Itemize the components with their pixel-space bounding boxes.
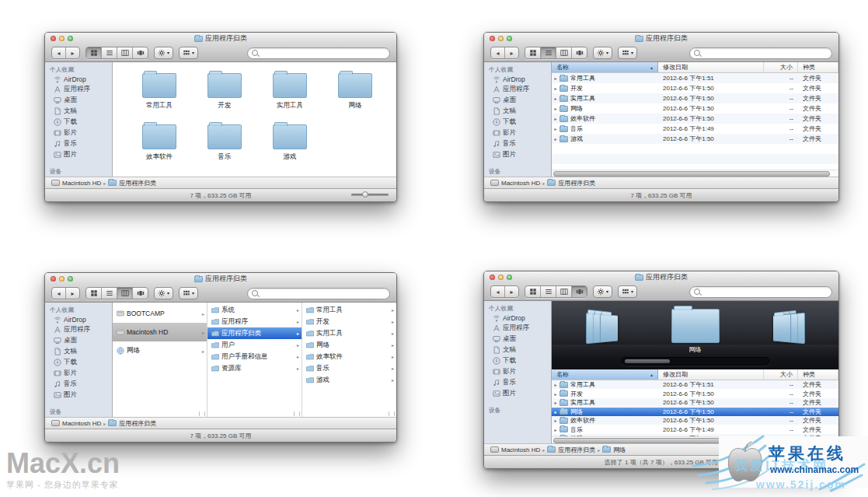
- action-menu-button[interactable]: ▾: [593, 47, 612, 59]
- column-item[interactable]: Macintosh HD▸: [113, 323, 207, 341]
- sidebar-item-movies[interactable]: 影片: [484, 128, 551, 138]
- sidebar-item-music[interactable]: 音乐: [45, 379, 112, 390]
- arrange-menu-button[interactable]: ▾: [179, 287, 198, 299]
- sidebar-item-downloads[interactable]: 下载: [45, 117, 112, 128]
- path-segment[interactable]: Macintosh HD: [51, 180, 101, 187]
- list-row[interactable]: ▸网络2012-6-6 下午1:50--文件夹: [552, 408, 838, 417]
- back-button[interactable]: ◂: [491, 286, 505, 297]
- column-resize-grip[interactable]: [199, 411, 205, 416]
- sidebar-item-pictures[interactable]: 图片: [484, 149, 551, 160]
- column-item[interactable]: 游戏▸: [302, 374, 396, 386]
- close-button[interactable]: [51, 276, 56, 282]
- forward-button[interactable]: ▸: [66, 288, 79, 299]
- sidebar-item-airdrop[interactable]: AirDrop: [45, 315, 112, 324]
- disclosure-triangle[interactable]: ▸: [552, 391, 559, 397]
- disclosure-triangle[interactable]: ▸: [552, 418, 559, 423]
- search-input[interactable]: [702, 288, 828, 296]
- view-mode-list-button[interactable]: [102, 288, 117, 299]
- forward-button[interactable]: ▸: [505, 286, 518, 297]
- folder-item[interactable]: 游戏: [257, 121, 322, 162]
- sidebar-item-music[interactable]: 音乐: [45, 138, 112, 149]
- column-item[interactable]: BOOTCAMP▸: [113, 304, 207, 323]
- list-row[interactable]: ▸实用工具2012-6-6 下午1:50--文件夹: [552, 398, 838, 408]
- search-input[interactable]: [702, 49, 828, 57]
- column-header-3[interactable]: 种类: [798, 369, 838, 380]
- column-item[interactable]: 开发▸: [302, 316, 396, 327]
- column-header-0[interactable]: 名称▴: [552, 62, 658, 72]
- sidebar-item-music[interactable]: 音乐: [484, 138, 551, 149]
- disclosure-triangle[interactable]: ▸: [552, 96, 559, 101]
- list-row[interactable]: ▸开发2012-6-6 下午1:50--文件夹: [552, 390, 838, 399]
- minimize-button[interactable]: [59, 36, 64, 41]
- column-header-3[interactable]: 种类: [798, 62, 838, 72]
- icon-size-slider-knob[interactable]: [362, 191, 368, 198]
- sidebar-item-downloads[interactable]: 下载: [45, 357, 112, 368]
- close-button[interactable]: [490, 275, 495, 280]
- path-segment[interactable]: 应用程序归类: [547, 446, 595, 454]
- sidebar-item-documents[interactable]: 文稿: [45, 346, 112, 357]
- zoom-button[interactable]: [68, 276, 73, 282]
- list-row[interactable]: ▸网络2012-6-6 下午1:50--文件夹: [552, 103, 838, 114]
- sidebar-item-airdrop[interactable]: AirDrop: [45, 75, 112, 84]
- folder-item[interactable]: 常用工具: [127, 70, 192, 110]
- forward-button[interactable]: ▸: [505, 47, 518, 58]
- sidebar-item-documents[interactable]: 文稿: [45, 106, 112, 117]
- sidebar-item-downloads[interactable]: 下载: [484, 117, 551, 128]
- sidebar-item-pictures[interactable]: 图片: [484, 388, 551, 399]
- folder-icon[interactable]: [142, 124, 176, 149]
- list-row[interactable]: ▸开发2012-6-6 下午1:50--文件夹: [552, 83, 838, 93]
- coverflow-folder[interactable]: [772, 313, 790, 342]
- search-field[interactable]: [689, 47, 832, 59]
- sidebar-item-applications[interactable]: 应用程序: [45, 324, 112, 335]
- folder-icon[interactable]: [273, 124, 307, 149]
- disclosure-triangle[interactable]: ▸: [552, 86, 559, 91]
- view-mode-columns-button[interactable]: [117, 47, 133, 58]
- sidebar-item-desktop[interactable]: 桌面: [45, 335, 112, 346]
- close-button[interactable]: [51, 36, 56, 41]
- search-input[interactable]: [260, 49, 385, 57]
- path-segment[interactable]: Macintosh HD: [490, 446, 540, 453]
- view-mode-coverflow-button[interactable]: [133, 288, 148, 299]
- folder-item[interactable]: 效率软件: [127, 121, 192, 162]
- sidebar-item-pictures[interactable]: 图片: [45, 149, 112, 160]
- view-mode-list-button[interactable]: [541, 47, 556, 58]
- folder-item[interactable]: 音乐: [192, 121, 257, 162]
- column-resize-grip[interactable]: [294, 411, 300, 416]
- list-row[interactable]: ▸效率软件2012-6-6 下午1:50--文件夹: [552, 416, 838, 425]
- zoom-button[interactable]: [68, 36, 73, 41]
- column-item[interactable]: 资源库▸: [207, 362, 302, 374]
- action-menu-button[interactable]: ▾: [154, 287, 173, 299]
- column-resize-grip[interactable]: [389, 411, 395, 416]
- disclosure-triangle[interactable]: ▸: [552, 75, 559, 81]
- back-button[interactable]: ◂: [491, 47, 505, 58]
- view-mode-list-button[interactable]: [102, 47, 117, 58]
- disclosure-triangle[interactable]: ▸: [552, 126, 559, 131]
- sidebar-item-airdrop[interactable]: AirDrop: [484, 75, 551, 84]
- back-button[interactable]: ◂: [52, 47, 66, 58]
- zoom-button[interactable]: [507, 275, 512, 280]
- search-field[interactable]: [247, 47, 390, 59]
- path-segment[interactable]: Macintosh HD: [51, 420, 101, 427]
- disclosure-triangle[interactable]: ▸: [552, 400, 559, 405]
- list-row[interactable]: ▸游戏2012-6-6 下午1:50--文件夹: [552, 134, 838, 144]
- path-segment[interactable]: 应用程序归类: [108, 179, 156, 187]
- column-item[interactable]: 系统▸: [207, 304, 302, 316]
- view-mode-coverflow-button[interactable]: [572, 47, 587, 58]
- sidebar-item-movies[interactable]: 影片: [45, 368, 112, 379]
- list-row[interactable]: ▸音乐2012-6-6 下午1:49--文件夹: [552, 124, 838, 134]
- minimize-button[interactable]: [498, 36, 504, 41]
- sidebar-item-movies[interactable]: 影片: [45, 128, 112, 138]
- sidebar-item-music[interactable]: 音乐: [484, 377, 551, 388]
- arrange-menu-button[interactable]: ▾: [618, 47, 637, 59]
- list-row[interactable]: ▸实用工具2012-6-6 下午1:50--文件夹: [552, 93, 838, 103]
- arrange-menu-button[interactable]: ▾: [618, 285, 637, 298]
- path-segment[interactable]: 应用程序归类: [108, 419, 156, 428]
- coverflow-scrubber-thumb[interactable]: [625, 359, 670, 363]
- column-header-2[interactable]: 大小: [764, 369, 798, 380]
- titlebar[interactable]: 应用程序归类: [484, 271, 838, 283]
- column-item[interactable]: 实用工具▸: [302, 327, 396, 339]
- view-mode-columns-button[interactable]: [117, 288, 133, 299]
- list-row[interactable]: ▸效率软件2012-6-6 下午1:50--文件夹: [552, 114, 838, 124]
- view-mode-icons-button[interactable]: [86, 288, 102, 299]
- sidebar-item-desktop[interactable]: 桌面: [484, 334, 551, 345]
